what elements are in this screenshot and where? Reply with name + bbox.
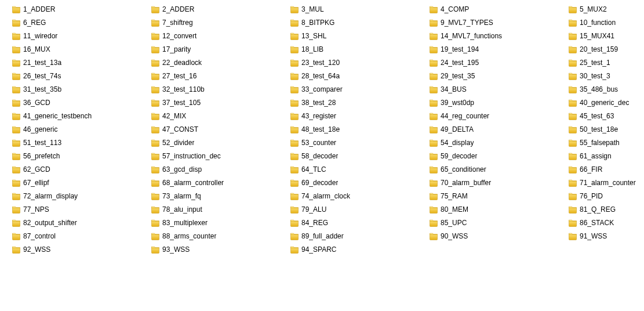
folder-item[interactable]: 66_FIR: [568, 162, 644, 176]
folder-item[interactable]: 25_test_1: [568, 56, 644, 69]
folder-item[interactable]: 74_alarm_clock: [290, 189, 429, 202]
folder-item[interactable]: 29_test_35: [429, 69, 568, 82]
folder-item[interactable]: 73_alarm_fq: [151, 189, 290, 202]
folder-item[interactable]: 28_test_64a: [290, 69, 429, 82]
folder-item[interactable]: 5_MUX2: [568, 2, 644, 16]
folder-item[interactable]: 20_test_159: [568, 42, 644, 56]
folder-item[interactable]: 83_multiplexer: [151, 216, 290, 229]
folder-item[interactable]: 3_MUL: [290, 2, 429, 16]
folder-item[interactable]: 35_486_bus: [568, 82, 644, 96]
folder-item[interactable]: 32_test_110b: [151, 82, 290, 96]
folder-item[interactable]: 58_decoder: [290, 149, 429, 162]
folder-item[interactable]: 40_generic_dec: [568, 96, 644, 109]
folder-item[interactable]: 75_RAM: [429, 189, 568, 202]
folder-item[interactable]: 14_MVL7_functions: [429, 29, 568, 42]
folder-item[interactable]: 67_ellipf: [12, 176, 151, 189]
folder-item[interactable]: 62_GCD: [12, 162, 151, 176]
folder-label: 50_test_18e: [580, 125, 618, 134]
folder-item[interactable]: 84_REG: [290, 216, 429, 229]
folder-icon: [429, 31, 438, 41]
folder-item[interactable]: 15_MUX41: [568, 29, 644, 42]
folder-icon: [12, 178, 21, 187]
folder-item[interactable]: 31_test_35b: [12, 82, 151, 96]
folder-item[interactable]: 78_alu_input: [151, 202, 290, 216]
folder-item[interactable]: 23_test_120: [290, 56, 429, 69]
folder-icon: [568, 191, 577, 201]
folder-item[interactable]: 41_generic_testbench: [12, 109, 151, 122]
folder-item[interactable]: 77_NPS: [12, 202, 151, 216]
folder-item[interactable]: 68_alarm_controller: [151, 176, 290, 189]
folder-item[interactable]: 42_MIX: [151, 109, 290, 122]
folder-item[interactable]: 51_test_113: [12, 136, 151, 149]
folder-item[interactable]: 13_SHL: [290, 29, 429, 42]
folder-item[interactable]: 10_function: [568, 16, 644, 29]
folder-item[interactable]: 12_convert: [151, 29, 290, 42]
folder-item[interactable]: 71_alarm_counter: [568, 176, 644, 189]
folder-item[interactable]: 16_MUX: [12, 42, 151, 56]
folder-item[interactable]: 9_MVL7_TYPES: [429, 16, 568, 29]
folder-item[interactable]: 37_test_105: [151, 96, 290, 109]
folder-item[interactable]: 18_LIB: [290, 42, 429, 56]
folder-item[interactable]: 93_WSS: [151, 243, 290, 256]
folder-item[interactable]: 45_test_63: [568, 109, 644, 122]
folder-item[interactable]: 54_display: [429, 136, 568, 149]
folder-item[interactable]: 61_assign: [568, 149, 644, 162]
folder-item[interactable]: 44_reg_counter: [429, 109, 568, 122]
folder-item[interactable]: 85_UPC: [429, 216, 568, 229]
folder-item[interactable]: 63_gcd_disp: [151, 162, 290, 176]
folder-item[interactable]: 57_instruction_dec: [151, 149, 290, 162]
folder-item[interactable]: 81_Q_REG: [568, 202, 644, 216]
folder-item[interactable]: 82_output_shifter: [12, 216, 151, 229]
folder-item[interactable]: 19_test_194: [429, 42, 568, 56]
folder-item[interactable]: 94_SPARC: [290, 243, 429, 256]
folder-item[interactable]: 22_deadlock: [151, 56, 290, 69]
folder-item[interactable]: 69_decoder: [290, 176, 429, 189]
folder-item[interactable]: 6_REG: [12, 16, 151, 29]
folder-icon: [290, 205, 299, 214]
folder-item[interactable]: 11_wiredor: [12, 29, 151, 42]
folder-item[interactable]: 91_WSS: [568, 229, 644, 243]
folder-item[interactable]: 4_COMP: [429, 2, 568, 16]
folder-item[interactable]: 17_parity: [151, 42, 290, 56]
folder-item[interactable]: 8_BITPKG: [290, 16, 429, 29]
folder-item[interactable]: 72_alarm_display: [12, 189, 151, 202]
folder-item[interactable]: 89_full_adder: [290, 229, 429, 243]
folder-item[interactable]: 92_WSS: [12, 243, 151, 256]
folder-item[interactable]: 26_test_74s: [12, 69, 151, 82]
folder-item[interactable]: 49_DELTA: [429, 122, 568, 136]
folder-icon: [12, 245, 21, 254]
folder-item[interactable]: 39_wst0dp: [429, 96, 568, 109]
folder-item[interactable]: 24_test_195: [429, 56, 568, 69]
folder-item[interactable]: 34_BUS: [429, 82, 568, 96]
folder-item[interactable]: 56_prefetch: [12, 149, 151, 162]
folder-item[interactable]: 48_test_18e: [290, 122, 429, 136]
folder-item[interactable]: 2_ADDER: [151, 2, 290, 16]
folder-item[interactable]: 52_divider: [151, 136, 290, 149]
folder-item[interactable]: 7_shiftreg: [151, 16, 290, 29]
folder-item[interactable]: 33_comparer: [290, 82, 429, 96]
folder-item[interactable]: 90_WSS: [429, 229, 568, 243]
folder-item[interactable]: 47_CONST: [151, 122, 290, 136]
folder-item[interactable]: 55_falsepath: [568, 136, 644, 149]
folder-item[interactable]: 65_conditioner: [429, 162, 568, 176]
folder-item[interactable]: 76_PID: [568, 189, 644, 202]
folder-item[interactable]: 30_test_3: [568, 69, 644, 82]
folder-icon: [12, 205, 21, 214]
folder-item[interactable]: 1_ADDER: [12, 2, 151, 16]
folder-item[interactable]: 46_generic: [12, 122, 151, 136]
folder-item[interactable]: 79_ALU: [290, 202, 429, 216]
folder-item[interactable]: 87_control: [12, 229, 151, 243]
folder-item[interactable]: 80_MEM: [429, 202, 568, 216]
folder-item[interactable]: 86_STACK: [568, 216, 644, 229]
folder-item[interactable]: 64_TLC: [290, 162, 429, 176]
folder-item[interactable]: 43_register: [290, 109, 429, 122]
folder-item[interactable]: 36_GCD: [12, 96, 151, 109]
folder-item[interactable]: 50_test_18e: [568, 122, 644, 136]
folder-item[interactable]: 38_test_28: [290, 96, 429, 109]
folder-item[interactable]: 21_test_13a: [12, 56, 151, 69]
folder-item[interactable]: 88_arms_counter: [151, 229, 290, 243]
folder-item[interactable]: 27_test_16: [151, 69, 290, 82]
folder-item[interactable]: 70_alarm_buffer: [429, 176, 568, 189]
folder-item[interactable]: 53_counter: [290, 136, 429, 149]
folder-item[interactable]: 59_decoder: [429, 149, 568, 162]
